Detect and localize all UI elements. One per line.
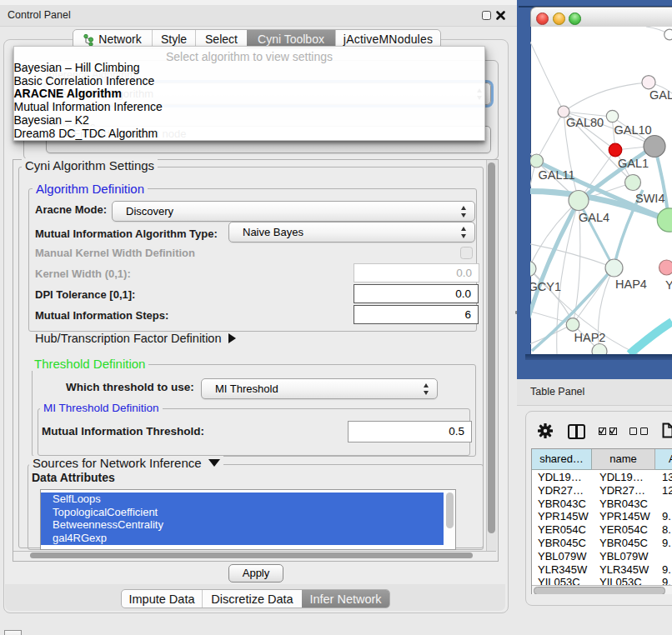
svg-text:GAL4: GAL4 [579, 211, 609, 224]
svg-text:GAL10: GAL10 [614, 123, 652, 137]
svg-text:HAP2: HAP2 [574, 331, 606, 344]
svg-text:GAL80: GAL80 [566, 116, 604, 129]
svg-text:HAP4: HAP4 [615, 278, 647, 291]
svg-text:GAL11: GAL11 [539, 168, 575, 182]
svg-text:GAL1: GAL1 [618, 157, 649, 170]
svg-text:GAL7: GAL7 [649, 88, 672, 102]
svg-text:SWI4: SWI4 [635, 192, 664, 205]
svg-text:GCY1: GCY1 [530, 280, 561, 293]
svg-text:YJ: YJ [665, 278, 672, 292]
